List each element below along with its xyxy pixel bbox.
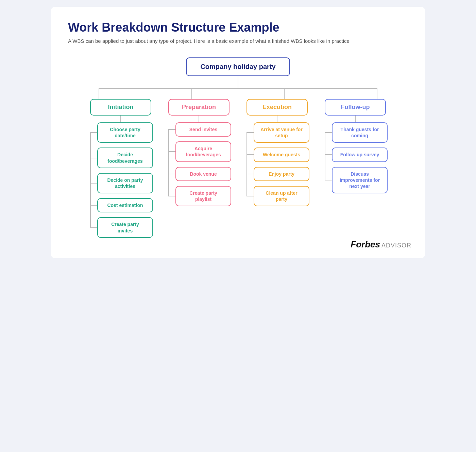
child-node-execution-3: Clean up after party: [254, 186, 309, 206]
child-node-preparation-2: Book venue: [175, 167, 231, 181]
rail-line-initiation: [90, 133, 91, 227]
list-item: Discuss improvements for next year: [332, 167, 388, 194]
children-rail-execution: Arrive at venue for setupWelcome guestsE…: [241, 122, 313, 206]
list-item: Thank guests for coming: [332, 122, 388, 143]
children-rail-initiation: Choose party date/timeDecide food/bevera…: [85, 122, 156, 238]
forbes-sub: ADVISOR: [381, 242, 411, 249]
list-item: Welcome guests: [254, 147, 309, 162]
child-node-initiation-0: Choose party date/time: [97, 122, 153, 143]
list-item: Create party playlist: [175, 186, 231, 206]
root-vline: [238, 76, 238, 88]
child-node-initiation-3: Cost estimation: [97, 198, 153, 212]
page-container: Work Breakdown Structure Example A WBS c…: [51, 7, 425, 258]
child-node-execution-1: Welcome guests: [254, 147, 309, 162]
child-node-preparation-1: Acquire food/beverages: [175, 141, 231, 162]
cat-vline-initiation: [120, 116, 121, 122]
cat-node-preparation: Preparation: [168, 99, 230, 116]
forbes-main: Forbes: [351, 239, 380, 250]
cat-node-initiation: Initiation: [90, 99, 151, 116]
rail-items-execution: Arrive at venue for setupWelcome guestsE…: [241, 122, 309, 206]
child-node-execution-2: Enjoy party: [254, 167, 309, 181]
child-node-followup-0: Thank guests for coming: [332, 122, 388, 143]
column-preparation: PreparationSend invitesAcquire food/beve…: [163, 99, 235, 206]
list-item: Cost estimation: [97, 198, 153, 212]
list-item: Book venue: [175, 167, 231, 181]
child-node-initiation-2: Decide on party activities: [97, 173, 153, 193]
child-node-followup-2: Discuss improvements for next year: [332, 167, 388, 194]
children-rail-preparation: Send invitesAcquire food/beveragesBook v…: [163, 122, 235, 206]
cat-node-execution: Execution: [247, 99, 308, 116]
rail-items-preparation: Send invitesAcquire food/beveragesBook v…: [163, 122, 231, 206]
rail-items-followup: Thank guests for comingFollow up surveyD…: [320, 122, 388, 193]
list-item: Decide on party activities: [97, 173, 153, 193]
rail-line-preparation: [168, 129, 169, 196]
list-item: Follow up survey: [332, 147, 388, 162]
child-node-initiation-1: Decide food/beverages: [97, 147, 153, 168]
list-item: Acquire food/beverages: [175, 141, 231, 162]
horizontal-connector: [99, 88, 377, 89]
wbs-diagram: Company holiday party InitiationChoose p…: [68, 57, 408, 238]
page-title: Work Breakdown Structure Example: [68, 20, 408, 35]
column-initiation: InitiationChoose party date/timeDecide f…: [85, 99, 156, 238]
child-node-followup-1: Follow up survey: [332, 147, 388, 162]
child-node-initiation-4: Create party invites: [97, 217, 153, 238]
rail-line-followup: [325, 133, 325, 180]
child-node-execution-0: Arrive at venue for setup: [254, 122, 309, 143]
list-item: Arrive at venue for setup: [254, 122, 309, 143]
list-item: Decide food/beverages: [97, 147, 153, 168]
rail-items-initiation: Choose party date/timeDecide food/bevera…: [85, 122, 153, 238]
column-followup: Follow-upThank guests for comingFollow u…: [320, 99, 391, 193]
root-node: Company holiday party: [186, 57, 290, 76]
page-subtitle: A WBS can be applied to just about any t…: [68, 38, 408, 44]
column-execution: ExecutionArrive at venue for setupWelcom…: [241, 99, 313, 206]
root-row: Company holiday party: [186, 57, 290, 76]
cat-vline-execution: [277, 116, 277, 122]
col-vline-followup: [377, 89, 377, 99]
list-item: Clean up after party: [254, 186, 309, 206]
columns-row: InitiationChoose party date/timeDecide f…: [85, 99, 391, 238]
cat-vline-preparation: [199, 116, 199, 122]
col-vline-initiation: [99, 89, 99, 99]
rail-line-execution: [247, 133, 247, 196]
root-label: Company holiday party: [200, 63, 275, 70]
list-item: Send invites: [175, 122, 231, 137]
cat-vline-followup: [355, 116, 356, 122]
cat-node-followup: Follow-up: [325, 99, 386, 116]
children-rail-followup: Thank guests for comingFollow up surveyD…: [320, 122, 391, 193]
list-item: Enjoy party: [254, 167, 309, 181]
child-node-preparation-0: Send invites: [175, 122, 231, 137]
forbes-brand: Forbes ADVISOR: [351, 239, 411, 250]
list-item: Create party invites: [97, 217, 153, 238]
col-vline-preparation: [191, 89, 192, 99]
col-tops: [99, 89, 377, 99]
child-node-preparation-3: Create party playlist: [175, 186, 231, 206]
col-vline-execution: [284, 89, 285, 99]
list-item: Choose party date/time: [97, 122, 153, 143]
